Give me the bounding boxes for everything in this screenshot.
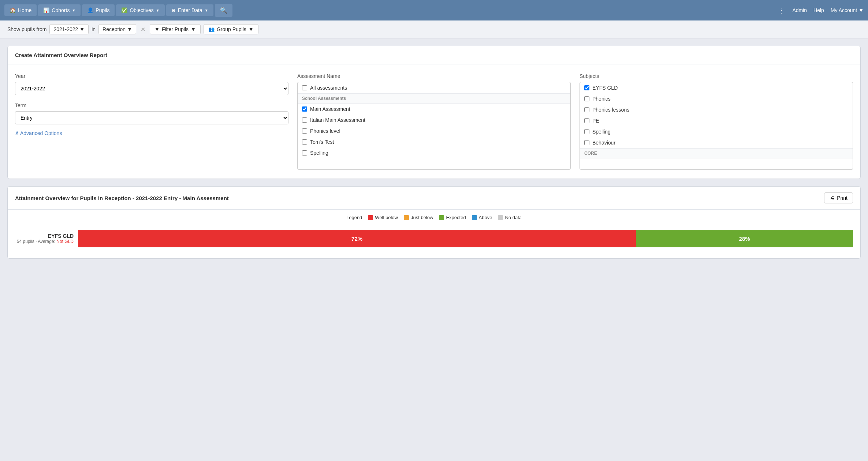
assessment-form-group: Assessment Name All assessments School A… [297,73,571,170]
year-caret-icon: ▼ [79,26,85,32]
spelling-assessment-checkbox[interactable] [302,150,307,155]
print-button[interactable]: 🖨 Print [824,192,853,203]
form-grid: Year 2021-2022 Term Entry ⊻ Advanced Opt [15,73,853,170]
spelling-subject-item[interactable]: Spelling [580,126,853,137]
toms-test-label: Tom's Test [310,139,334,145]
home-button[interactable]: 🏠 Home [4,4,37,16]
expected-dot [439,215,444,220]
enter-data-caret-icon: ▼ [205,8,208,12]
phonics-lessons-item[interactable]: Phonics lessons [580,104,853,115]
main-assessment-checkbox[interactable] [302,106,307,112]
just-below-label: Just below [411,215,433,220]
filter-pupils-label: Filter Pupils [162,26,189,32]
home-icon: 🏠 [10,7,16,13]
italian-assessment-checkbox[interactable] [302,117,307,123]
subjects-form-group: Subjects EYFS GLD Phonics [580,73,853,170]
navbar-right: ⋮ Admin Help My Account ▼ [778,6,864,15]
pe-checkbox[interactable] [584,118,589,123]
attainment-report-header: Attainment Overview for Pupils in Recept… [8,187,860,210]
pe-item[interactable]: PE [580,115,853,126]
legend-above: Above [472,215,492,220]
chart-bar-eyfs-gld: 72% 28% [78,230,853,247]
admin-link[interactable]: Admin [792,7,807,13]
advanced-options-link[interactable]: ⊻ Advanced Options [15,130,62,136]
eyfs-gld-checkbox[interactable] [584,85,589,90]
eyfs-gld-item[interactable]: EYFS GLD [580,82,853,93]
year-form-group: Year 2021-2022 [15,73,288,95]
legend-just-below: Just below [404,215,433,220]
main-assessment-label: Main Assessment [310,106,350,112]
bar-expected-segment: 28% [636,230,853,247]
clear-reception-button[interactable]: ✕ [139,25,147,34]
year-dropdown[interactable]: 2021-2022 ▼ [49,24,89,34]
eyfs-gld-subject-sub: 54 pupils · Average: Not GLD [15,239,74,244]
assessment-name-label: Assessment Name [297,73,571,79]
my-account-caret-icon: ▼ [858,7,864,13]
toolbar: Show pupils from 2021-2022 ▼ in Receptio… [0,20,868,38]
phonics-level-label: Phonics level [310,128,340,134]
no-data-dot [498,215,503,220]
legend-expected: Expected [439,215,466,220]
term-select[interactable]: Entry [15,111,288,124]
create-report-card: Create Attainment Overview Report Year 2… [7,46,861,179]
term-form-group: Term Entry [15,102,288,124]
phonics-subject-checkbox[interactable] [584,96,589,101]
search-button[interactable]: 🔍 [215,4,232,17]
phonics-level-checkbox[interactable] [302,128,307,134]
navbar-left: 🏠 Home 📊 Cohorts ▼ 👤 Pupils ✅ Objectives… [4,4,778,17]
italian-assessment-label: Italian Main Assessment [310,117,365,123]
objectives-icon: ✅ [121,7,127,13]
my-account-link[interactable]: My Account ▼ [831,7,864,13]
just-below-dot [404,215,409,220]
cohorts-label: Cohorts [52,7,70,13]
phonics-lessons-checkbox[interactable] [584,107,589,112]
reception-caret-icon: ▼ [127,26,132,32]
all-assessments-item[interactable]: All assessments [298,82,570,93]
no-data-label: No data [505,215,522,220]
phonics-level-item[interactable]: Phonics level [298,125,570,136]
phonics-subject-item[interactable]: Phonics [580,93,853,104]
all-assessments-checkbox[interactable] [302,85,307,90]
cohorts-button[interactable]: 📊 Cohorts ▼ [38,4,81,16]
behaviour-checkbox[interactable] [584,140,589,145]
well-below-dot [368,215,373,220]
assessment-list: All assessments School Assessments Main … [297,82,571,170]
phonics-subject-label: Phonics [592,96,611,102]
objectives-button[interactable]: ✅ Objectives ▼ [116,4,164,16]
advanced-options-label: Advanced Options [20,130,62,136]
print-icon: 🖨 [830,195,835,201]
pupils-label: Pupils [96,7,109,13]
spelling-assessment-label: Spelling [310,150,328,156]
expected-label: Expected [446,215,466,220]
group-icon: 👥 [208,26,215,32]
show-pupils-label: Show pupils from [7,26,46,32]
attainment-report-title: Attainment Overview for Pupils in Recept… [15,195,229,201]
italian-assessment-item[interactable]: Italian Main Assessment [298,115,570,125]
main-assessment-item[interactable]: Main Assessment [298,104,570,115]
chart-label-eyfs-gld: EYFS GLD 54 pupils · Average: Not GLD [15,233,74,244]
dots-icon: ⋮ [778,6,786,15]
cohorts-icon: 📊 [43,7,49,13]
attainment-report-card: Attainment Overview for Pupils in Recept… [7,186,861,259]
chart-area: EYFS GLD 54 pupils · Average: Not GLD 72… [8,225,860,258]
enter-data-button[interactable]: ⊕ Enter Data ▼ [166,4,213,16]
toms-test-item[interactable]: Tom's Test [298,136,570,147]
behaviour-item[interactable]: Behaviour [580,137,853,148]
filter-pupils-button[interactable]: ▼ Filter Pupils ▼ [150,24,201,34]
subjects-label: Subjects [580,73,853,79]
group-pupils-button[interactable]: 👥 Group Pupils ▼ [204,24,258,34]
create-report-title: Create Attainment Overview Report [15,52,107,58]
enter-data-label: Enter Data [178,7,202,13]
help-link[interactable]: Help [813,7,824,13]
chart-row-eyfs-gld: EYFS GLD 54 pupils · Average: Not GLD 72… [15,230,853,247]
year-term-column: Year 2021-2022 Term Entry ⊻ Advanced Opt [15,73,288,136]
year-select[interactable]: 2021-2022 [15,82,288,95]
reception-dropdown[interactable]: Reception ▼ [98,24,136,34]
pupils-button[interactable]: 👤 Pupils [82,4,115,16]
bar-well-below-segment: 72% [78,230,636,247]
spelling-assessment-item[interactable]: Spelling [298,147,570,158]
toms-test-checkbox[interactable] [302,139,307,145]
pupils-icon: 👤 [87,7,93,13]
subjects-column: Subjects EYFS GLD Phonics [580,73,853,170]
spelling-subject-checkbox[interactable] [584,129,589,134]
